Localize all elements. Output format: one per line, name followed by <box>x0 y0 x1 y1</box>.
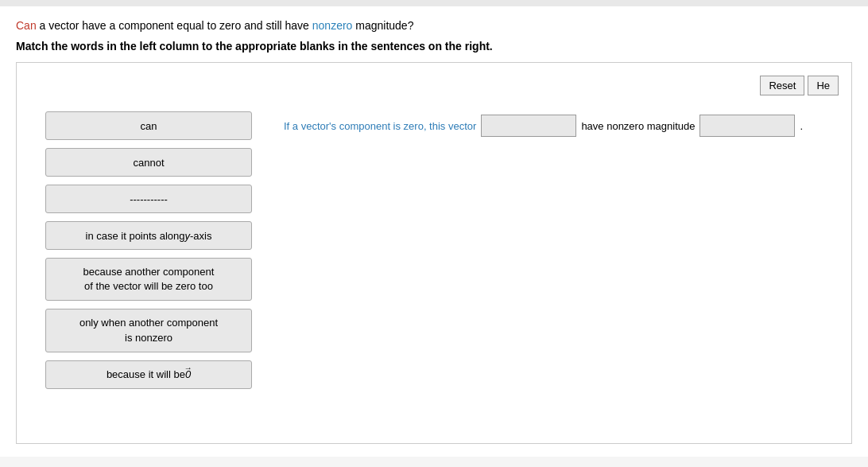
content-area: Can a vector have a component equal to z… <box>0 6 868 457</box>
question-nonzero: nonzero <box>312 19 353 32</box>
word-separator[interactable]: ----------- <box>45 185 252 213</box>
word-cannot[interactable]: cannot <box>45 148 252 177</box>
question-rest2: magnitude? <box>355 19 413 32</box>
question-rest1: a vector have a component equal to zero … <box>40 19 312 32</box>
blank-2[interactable] <box>699 115 795 137</box>
right-column: If a vector's component is zero, this ve… <box>284 111 839 137</box>
sentence-period: . <box>800 120 803 132</box>
word-in-case[interactable]: in case it points along y-axis <box>45 221 252 250</box>
sentence-row: If a vector's component is zero, this ve… <box>284 115 839 137</box>
question-can: Can <box>16 19 37 32</box>
reset-button[interactable]: Reset <box>760 76 804 95</box>
word-only-when[interactable]: only when another componentis nonzero <box>45 309 252 352</box>
word-because-will-be[interactable]: because it will be 0→ <box>45 360 252 389</box>
blank-1[interactable] <box>481 115 576 137</box>
left-column: can cannot ----------- in case it points… <box>45 111 252 389</box>
sentence-prefix: If a vector's component is zero, this ve… <box>284 120 476 132</box>
main-exercise: can cannot ----------- in case it points… <box>29 111 839 389</box>
instruction: Match the words in the left column to th… <box>16 40 852 53</box>
sentence-middle: have nonzero magnitude <box>581 120 695 132</box>
question-title: Can a vector have a component equal to z… <box>16 19 852 32</box>
top-bar <box>0 0 868 6</box>
help-button[interactable]: He <box>808 76 839 95</box>
page-wrapper: Can a vector have a component equal to z… <box>0 0 868 467</box>
toolbar: Reset He <box>29 76 839 95</box>
word-can[interactable]: can <box>45 111 252 140</box>
word-because-another[interactable]: because another componentof the vector w… <box>45 258 252 301</box>
exercise-container: Reset He can cannot ----------- in case … <box>16 62 852 444</box>
